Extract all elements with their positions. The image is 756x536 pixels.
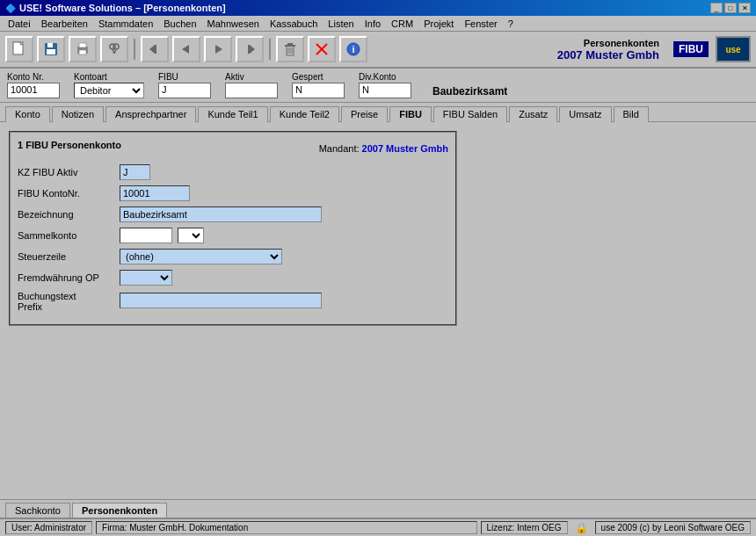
- fibu-value[interactable]: J: [158, 83, 211, 98]
- gespert-value[interactable]: N: [292, 83, 345, 98]
- bottom-tab-strip: Sachkonto Personenkonten: [0, 499, 756, 518]
- mandant-value: 2007 Muster Gmbh: [362, 143, 448, 154]
- cancel-button[interactable]: [308, 36, 336, 62]
- steuerzeile-label: Steuerzeile: [18, 251, 114, 262]
- kontoart-select[interactable]: Debitor Kreditor: [74, 83, 144, 98]
- tab-notizen[interactable]: Notizen: [52, 106, 104, 122]
- company-name: 2007 Muster Gmbh: [557, 48, 659, 62]
- print-button[interactable]: [69, 36, 97, 62]
- tab-fibu[interactable]: FIBU: [389, 106, 432, 122]
- buchungstext-label: Buchungstext Prefix: [18, 291, 114, 312]
- info-button[interactable]: i: [339, 36, 367, 62]
- steuerzeile-select[interactable]: (ohne): [120, 249, 282, 264]
- menu-stammdaten[interactable]: Stammdaten: [94, 18, 157, 30]
- sammelkonto-select[interactable]: [178, 228, 204, 243]
- maximize-button[interactable]: □: [724, 3, 737, 13]
- use-logo: use: [716, 36, 751, 62]
- next-button[interactable]: [204, 36, 232, 62]
- app-title: Personenkonten: [557, 38, 659, 48]
- menu-kassabuch[interactable]: Kassabuch: [265, 18, 322, 30]
- svg-marker-15: [215, 45, 222, 54]
- menu-crm[interactable]: CRM: [387, 18, 418, 30]
- tab-konto[interactable]: Konto: [5, 106, 50, 122]
- title-bar-left: 🔷 USE! Software Solutions – [Personenkon…: [5, 3, 226, 13]
- konto-nr-group: Konto Nr. 10001: [7, 72, 60, 98]
- svg-rect-19: [285, 45, 295, 47]
- steuerzeile-row: Steuerzeile (ohne): [18, 249, 448, 264]
- prev-button[interactable]: [172, 36, 200, 62]
- status-bar: User: Administrator Firma: Muster GmbH. …: [0, 518, 756, 536]
- toolbar-title: Personenkonten 2007 Muster Gmbh: [557, 38, 659, 62]
- bezeichnung-label: Bezeichnung: [18, 209, 114, 220]
- svg-rect-20: [287, 43, 293, 45]
- tab-ansprechpartner[interactable]: Ansprechpartner: [105, 106, 196, 122]
- svg-text:i: i: [352, 44, 354, 54]
- mandant-label: Mandant:: [319, 143, 360, 154]
- fibu-label: FIBU: [158, 72, 211, 82]
- menu-mahnwesen[interactable]: Mahnwesen: [203, 18, 264, 30]
- sammelkonto-label: Sammelkonto: [18, 230, 114, 241]
- tab-kunde-teil1[interactable]: Kunde Teil1: [198, 106, 267, 122]
- kontoart-group: Kontoart Debitor Kreditor: [74, 72, 144, 98]
- menu-info[interactable]: Info: [360, 18, 385, 30]
- toolbar: i Personenkonten 2007 Muster Gmbh FIBU u…: [0, 32, 756, 69]
- konto-nr-label: Konto Nr.: [7, 72, 60, 82]
- sammelkonto-input[interactable]: [120, 228, 172, 243]
- svg-marker-16: [250, 45, 255, 54]
- tab-kunde-teil2[interactable]: Kunde Teil2: [270, 106, 339, 122]
- menu-listen[interactable]: Listen: [323, 18, 358, 30]
- menu-projekt[interactable]: Projekt: [419, 18, 458, 30]
- fremdwaehrung-select[interactable]: [120, 270, 172, 286]
- kz-fibu-aktiv-input[interactable]: [120, 164, 150, 180]
- svg-rect-4: [47, 49, 55, 54]
- tab-strip: Konto Notizen Ansprechpartner Kunde Teil…: [0, 103, 756, 122]
- svg-line-11: [114, 49, 116, 54]
- delete-button[interactable]: [276, 36, 304, 62]
- menu-datei[interactable]: Datei: [4, 18, 35, 30]
- buchungstext-input[interactable]: [120, 293, 322, 308]
- close-button[interactable]: ✕: [738, 3, 751, 13]
- first-button[interactable]: [141, 36, 169, 62]
- tab-fibu-salden[interactable]: FIBU Salden: [433, 106, 507, 122]
- menu-fenster[interactable]: Fenster: [460, 18, 501, 30]
- sammelkonto-row: Sammelkonto: [18, 228, 448, 243]
- menu-bearbeiten[interactable]: Bearbeiten: [37, 18, 92, 30]
- tab-preise[interactable]: Preise: [341, 106, 388, 122]
- tab-bild[interactable]: Bild: [614, 106, 649, 122]
- last-button[interactable]: [236, 36, 264, 62]
- aktiv-value[interactable]: [225, 83, 278, 98]
- fibu-konto-nr-label: FIBU KontoNr.: [18, 188, 114, 199]
- scissors-button[interactable]: [100, 36, 128, 62]
- div-konto-value[interactable]: N: [359, 83, 411, 98]
- new-button[interactable]: [5, 36, 33, 62]
- tab-umsatz[interactable]: Umsatz: [559, 106, 611, 122]
- gespert-label: Gespert: [292, 72, 345, 82]
- bezeichnung-row: Bezeichnung: [18, 206, 448, 222]
- bottom-tab-personenkonten[interactable]: Personenkonten: [72, 503, 167, 518]
- svg-rect-3: [47, 43, 53, 47]
- status-copyright: use 2009 (c) by Leoni Software OEG: [595, 521, 751, 534]
- main-window: 🔷 USE! Software Solutions – [Personenkon…: [0, 0, 756, 536]
- bottom-tab-sachkonto[interactable]: Sachkonto: [5, 503, 70, 518]
- menu-help[interactable]: ?: [504, 18, 518, 30]
- fibu-logo: FIBU: [673, 41, 709, 57]
- mandant-info: Mandant: 2007 Muster Gmbh: [319, 143, 448, 154]
- use-logo-text: use: [725, 45, 740, 54]
- minimize-button[interactable]: _: [710, 3, 723, 13]
- fremdwaehrung-row: Fremdwährung OP: [18, 270, 448, 286]
- tab-content-fibu: 1 FIBU Personenkonto Mandant: 2007 Muste…: [0, 122, 756, 499]
- status-firma: Firma: Muster GmbH. Dokumentation: [96, 521, 477, 534]
- menu-buchen[interactable]: Buchen: [159, 18, 200, 30]
- save-button[interactable]: [37, 36, 65, 62]
- app-icon: 🔷: [5, 4, 16, 13]
- svg-marker-14: [182, 45, 189, 54]
- konto-nr-value[interactable]: 10001: [7, 83, 60, 98]
- tab-zusatz[interactable]: Zusatz: [509, 106, 557, 122]
- fibu-konto-nr-row: FIBU KontoNr.: [18, 185, 448, 201]
- fibu-konto-nr-input[interactable]: [120, 185, 190, 201]
- kz-fibu-aktiv-row: KZ FIBU Aktiv: [18, 164, 448, 180]
- baubezirksamt-label: Baubezirksamt: [433, 85, 507, 98]
- bezeichnung-input[interactable]: [120, 206, 322, 222]
- window-title: USE! Software Solutions – [Personenkonte…: [19, 3, 226, 13]
- svg-rect-6: [79, 43, 86, 47]
